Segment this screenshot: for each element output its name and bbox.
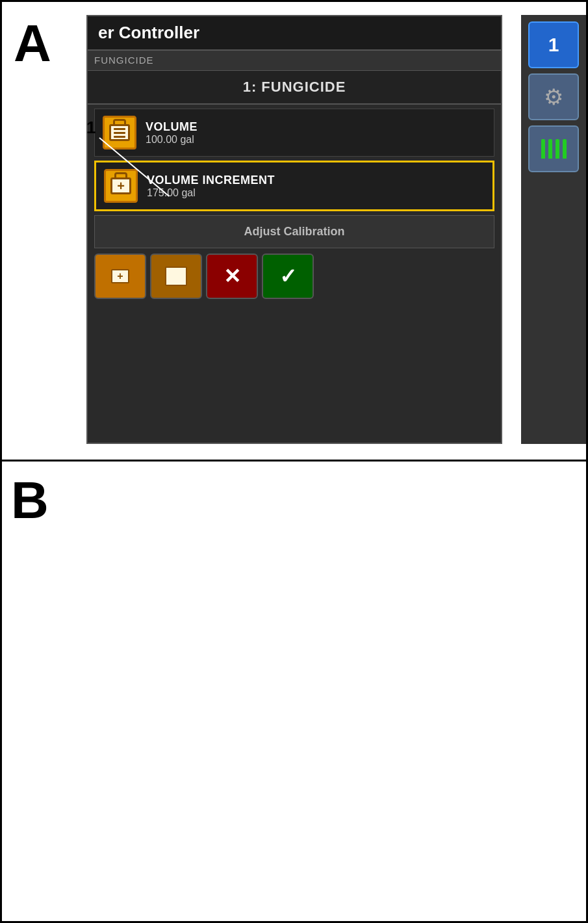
volume-increment-icon: + [104, 169, 138, 203]
volume-info: VOLUME 100.00 gal [146, 120, 198, 146]
action-btn-confirm[interactable]: ✓ [262, 254, 314, 299]
volume-value: 100.00 gal [146, 134, 198, 146]
panel-b-label: B [11, 471, 49, 530]
panel-a: A 1 er Controller FUNGICIDE 1: FUNGICIDE [0, 0, 588, 462]
action-row: + ✕ ✓ [94, 254, 494, 299]
sidebar-btn-gear[interactable]: ⚙ [528, 73, 579, 120]
calibration-label: Adjust Calibration [244, 225, 344, 238]
gear-icon: ⚙ [544, 84, 563, 110]
action-btn-1[interactable]: + [94, 254, 146, 299]
fungicide-header-text: 1: FUNGICIDE [243, 79, 346, 95]
sidebar-1-icon: 1 [548, 34, 559, 56]
calibration-button[interactable]: Adjust Calibration [94, 215, 494, 248]
right-sidebar: 1 ⚙ [521, 15, 586, 444]
controller-window: er Controller FUNGICIDE 1: FUNGICIDE [86, 15, 502, 444]
controller-title: er Controller [88, 16, 501, 51]
volume-label: VOLUME [146, 120, 198, 134]
panel-a-label: A [14, 14, 51, 73]
volume-row[interactable]: VOLUME 100.00 gal [94, 109, 494, 157]
fungicide-header: 1: FUNGICIDE [88, 71, 501, 105]
action-btn-cancel[interactable]: ✕ [206, 254, 258, 299]
sprinkler-icon [541, 139, 567, 159]
volume-increment-label: VOLUME INCREMENT [147, 174, 275, 187]
action-btn-2[interactable] [150, 254, 202, 299]
panel-b: B 2 3 4 + 100.00 gal − + VOLUME INCR [0, 462, 588, 923]
sidebar-btn-sprinkler[interactable] [528, 125, 579, 172]
volume-increment-row[interactable]: + VOLUME INCREMENT 175.00 gal [94, 161, 494, 211]
fungicide-tab-bar: FUNGICIDE [88, 51, 501, 71]
fungicide-tab-label: FUNGICIDE [94, 55, 154, 66]
sidebar-btn-1[interactable]: 1 [528, 21, 579, 68]
